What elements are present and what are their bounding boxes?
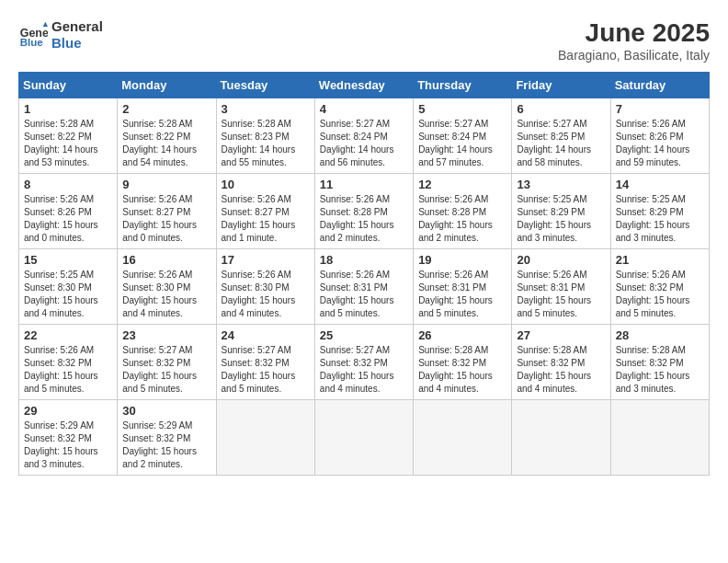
day-info: Sunrise: 5:26 AMSunset: 8:28 PMDaylight:… [418,193,506,245]
svg-marker-2 [43,22,48,27]
day-number: 8 [24,178,112,191]
table-row: 10 Sunrise: 5:26 AMSunset: 8:27 PMDaylig… [216,174,314,249]
table-row: 25 Sunrise: 5:27 AMSunset: 8:32 PMDaylig… [314,325,413,400]
table-row: 21 Sunrise: 5:26 AMSunset: 8:32 PMDaylig… [610,249,709,325]
day-number: 17 [222,253,310,267]
day-info: Sunrise: 5:27 AMSunset: 8:32 PMDaylight:… [122,344,210,396]
day-number: 25 [320,328,408,342]
empty-cell [414,400,512,476]
day-info: Sunrise: 5:26 AMSunset: 8:32 PMDaylight:… [24,344,112,396]
table-row: 15 Sunrise: 5:25 AMSunset: 8:30 PMDaylig… [19,249,118,325]
table-row: 14 Sunrise: 5:25 AMSunset: 8:29 PMDaylig… [610,174,709,249]
logo-line1: General [51,18,103,35]
day-info: Sunrise: 5:26 AMSunset: 8:30 PMDaylight:… [222,269,310,320]
table-row: 29 Sunrise: 5:29 AMSunset: 8:32 PMDaylig… [19,400,118,476]
day-info: Sunrise: 5:26 AMSunset: 8:26 PMDaylight:… [24,193,112,245]
table-row: 24 Sunrise: 5:27 AMSunset: 8:32 PMDaylig… [216,325,314,400]
table-row: 17 Sunrise: 5:26 AMSunset: 8:30 PMDaylig… [216,249,314,325]
logo: General Blue General Blue [18,18,103,52]
header-row: Sunday Monday Tuesday Wednesday Thursday… [19,73,710,98]
day-info: Sunrise: 5:28 AMSunset: 8:22 PMDaylight:… [122,118,210,169]
day-number: 18 [320,253,408,267]
location: Baragiano, Basilicate, Italy [558,48,710,63]
logo-icon: General Blue [18,20,48,50]
day-info: Sunrise: 5:26 AMSunset: 8:28 PMDaylight:… [320,193,408,245]
table-row: 20 Sunrise: 5:26 AMSunset: 8:31 PMDaylig… [512,249,610,325]
day-info: Sunrise: 5:26 AMSunset: 8:26 PMDaylight:… [616,118,704,169]
table-row: 11 Sunrise: 5:26 AMSunset: 8:28 PMDaylig… [314,174,413,249]
day-number: 21 [616,253,704,267]
empty-cell [512,400,610,476]
day-number: 16 [122,253,210,267]
day-info: Sunrise: 5:26 AMSunset: 8:31 PMDaylight:… [320,269,408,320]
table-row: 22 Sunrise: 5:26 AMSunset: 8:32 PMDaylig… [19,325,118,400]
day-number: 15 [24,253,112,267]
col-monday: Monday [118,73,216,98]
day-number: 2 [122,102,210,116]
empty-cell [314,400,413,476]
day-info: Sunrise: 5:28 AMSunset: 8:32 PMDaylight:… [616,344,704,396]
calendar-row: 22 Sunrise: 5:26 AMSunset: 8:32 PMDaylig… [19,325,710,400]
table-row: 23 Sunrise: 5:27 AMSunset: 8:32 PMDaylig… [118,325,216,400]
day-number: 10 [222,178,310,191]
logo-line2: Blue [51,35,103,52]
day-number: 4 [320,102,408,116]
empty-cell [216,400,314,476]
table-row: 27 Sunrise: 5:28 AMSunset: 8:32 PMDaylig… [512,325,610,400]
col-thursday: Thursday [414,73,512,98]
day-info: Sunrise: 5:26 AMSunset: 8:32 PMDaylight:… [616,269,704,320]
day-number: 30 [122,404,210,418]
day-number: 27 [517,328,605,342]
table-row: 4 Sunrise: 5:27 AMSunset: 8:24 PMDayligh… [314,98,413,174]
day-number: 6 [517,102,605,116]
day-info: Sunrise: 5:25 AMSunset: 8:29 PMDaylight:… [616,193,704,245]
table-row: 3 Sunrise: 5:28 AMSunset: 8:23 PMDayligh… [216,98,314,174]
day-number: 11 [320,178,408,191]
col-sunday: Sunday [19,73,118,98]
table-row: 5 Sunrise: 5:27 AMSunset: 8:24 PMDayligh… [414,98,512,174]
calendar-table: Sunday Monday Tuesday Wednesday Thursday… [18,72,710,476]
day-info: Sunrise: 5:26 AMSunset: 8:31 PMDaylight:… [418,269,506,320]
day-number: 24 [222,328,310,342]
day-info: Sunrise: 5:28 AMSunset: 8:22 PMDaylight:… [24,118,112,169]
day-number: 19 [418,253,506,267]
day-info: Sunrise: 5:27 AMSunset: 8:24 PMDaylight:… [320,118,408,169]
svg-text:Blue: Blue [20,37,44,48]
table-row: 28 Sunrise: 5:28 AMSunset: 8:32 PMDaylig… [610,325,709,400]
calendar-row: 15 Sunrise: 5:25 AMSunset: 8:30 PMDaylig… [19,249,710,325]
day-number: 3 [222,102,310,116]
day-info: Sunrise: 5:25 AMSunset: 8:30 PMDaylight:… [24,269,112,320]
table-row: 8 Sunrise: 5:26 AMSunset: 8:26 PMDayligh… [19,174,118,249]
day-number: 29 [24,404,112,418]
day-number: 12 [418,178,506,191]
table-row: 9 Sunrise: 5:26 AMSunset: 8:27 PMDayligh… [118,174,216,249]
day-number: 5 [418,102,506,116]
day-number: 28 [616,328,704,342]
day-info: Sunrise: 5:27 AMSunset: 8:32 PMDaylight:… [320,344,408,396]
day-number: 14 [616,178,704,191]
table-row: 30 Sunrise: 5:29 AMSunset: 8:32 PMDaylig… [118,400,216,476]
day-info: Sunrise: 5:27 AMSunset: 8:32 PMDaylight:… [222,344,310,396]
table-row: 16 Sunrise: 5:26 AMSunset: 8:30 PMDaylig… [118,249,216,325]
day-info: Sunrise: 5:26 AMSunset: 8:31 PMDaylight:… [517,269,605,320]
day-number: 20 [517,253,605,267]
col-wednesday: Wednesday [314,73,413,98]
day-number: 23 [122,328,210,342]
table-row: 26 Sunrise: 5:28 AMSunset: 8:32 PMDaylig… [414,325,512,400]
empty-cell [610,400,709,476]
day-info: Sunrise: 5:27 AMSunset: 8:24 PMDaylight:… [418,118,506,169]
month-title: June 2025 [558,18,710,48]
table-row: 12 Sunrise: 5:26 AMSunset: 8:28 PMDaylig… [414,174,512,249]
page-header: General Blue General Blue June 2025 Bara… [18,18,710,63]
title-block: June 2025 Baragiano, Basilicate, Italy [558,18,710,63]
day-info: Sunrise: 5:25 AMSunset: 8:29 PMDaylight:… [517,193,605,245]
col-saturday: Saturday [610,73,709,98]
day-number: 9 [122,178,210,191]
calendar-row: 1 Sunrise: 5:28 AMSunset: 8:22 PMDayligh… [19,98,710,174]
col-friday: Friday [512,73,610,98]
table-row: 7 Sunrise: 5:26 AMSunset: 8:26 PMDayligh… [610,98,709,174]
col-tuesday: Tuesday [216,73,314,98]
day-info: Sunrise: 5:29 AMSunset: 8:32 PMDaylight:… [24,419,112,471]
day-number: 13 [517,178,605,191]
day-info: Sunrise: 5:26 AMSunset: 8:27 PMDaylight:… [222,193,310,245]
